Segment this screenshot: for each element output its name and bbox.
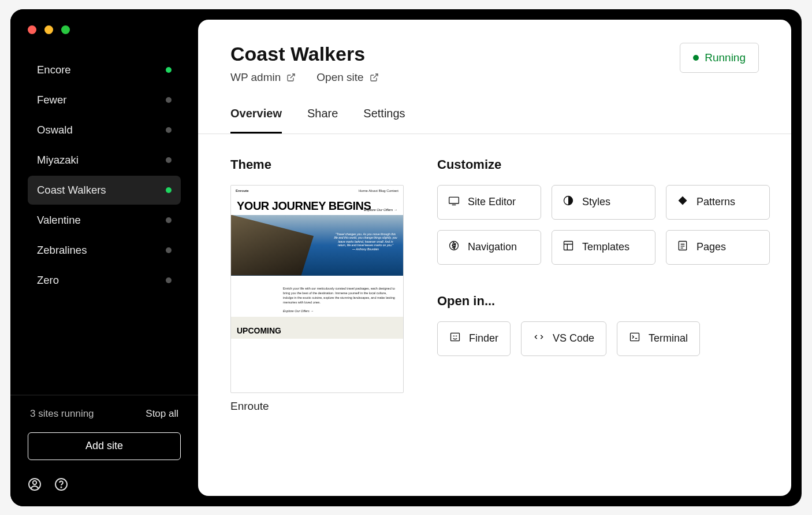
- sidebar: EncoreFewerOswaldMiyazakiCoast WalkersVa…: [10, 9, 198, 506]
- open-in-row: FinderVS CodeTerminal: [437, 321, 770, 356]
- vs-code-icon: [533, 331, 545, 346]
- status-dot-icon: [166, 127, 172, 133]
- sidebar-item-encore[interactable]: Encore: [28, 55, 181, 84]
- svg-point-3: [61, 487, 61, 487]
- external-link-icon: [286, 73, 296, 82]
- close-window-button[interactable]: [28, 25, 36, 34]
- sidebar-item-label: Zero: [37, 274, 59, 287]
- sidebar-item-fewer[interactable]: Fewer: [28, 86, 181, 114]
- patterns-button[interactable]: Patterns: [666, 185, 770, 220]
- svg-rect-7: [564, 242, 573, 250]
- sidebar-item-zero[interactable]: Zero: [28, 266, 181, 295]
- customize-grid: Site EditorStylesPatternsNavigationTempl…: [437, 185, 770, 265]
- sidebar-item-oswald[interactable]: Oswald: [28, 116, 181, 145]
- sidebar-item-label: Fewer: [37, 94, 66, 106]
- minimize-window-button[interactable]: [44, 25, 53, 34]
- tabs: OverviewShareSettings: [198, 107, 791, 134]
- help-icon[interactable]: [54, 477, 68, 494]
- external-link-icon: [370, 73, 379, 82]
- status-dot-icon: [166, 97, 172, 103]
- styles-icon: [563, 195, 574, 209]
- site-editor-icon: [448, 195, 460, 209]
- svg-rect-10: [631, 333, 639, 340]
- sidebar-item-valentine[interactable]: Valentine: [28, 206, 181, 235]
- tab-share[interactable]: Share: [307, 107, 338, 134]
- status-dot-icon: [166, 277, 172, 283]
- open-site-link[interactable]: Open site: [316, 71, 378, 84]
- theme-name: Enroute: [230, 400, 404, 413]
- maximize-window-button[interactable]: [61, 25, 70, 34]
- sidebar-item-label: Encore: [37, 64, 71, 76]
- status-badge[interactable]: Running: [680, 43, 759, 73]
- tab-overview[interactable]: Overview: [230, 107, 282, 134]
- open-in-section-label: Open in...: [437, 294, 770, 309]
- app-window: EncoreFewerOswaldMiyazakiCoast WalkersVa…: [10, 9, 802, 506]
- sidebar-item-label: Coast Walkers: [37, 184, 106, 197]
- sidebar-footer: 3 sites running Stop all Add site: [10, 395, 198, 506]
- status-dot-icon: [166, 157, 172, 163]
- sidebar-item-label: Valentine: [37, 214, 81, 227]
- add-site-button[interactable]: Add site: [28, 432, 181, 460]
- site-list: EncoreFewerOswaldMiyazakiCoast WalkersVa…: [10, 55, 198, 395]
- site-title: Coast Walkers: [230, 43, 379, 65]
- wp-admin-link[interactable]: WP admin: [230, 71, 296, 84]
- svg-rect-9: [451, 333, 460, 340]
- main-panel: Coast Walkers WP admin Open site Running: [198, 20, 791, 496]
- svg-rect-8: [679, 242, 686, 250]
- patterns-icon: [677, 195, 688, 209]
- navigation-icon: [448, 240, 460, 254]
- stop-all-button[interactable]: Stop all: [146, 408, 178, 420]
- status-dot-icon: [166, 67, 172, 73]
- navigation-button[interactable]: Navigation: [437, 230, 541, 265]
- status-dot-icon: [166, 187, 172, 193]
- sidebar-item-label: Oswald: [37, 124, 73, 136]
- svg-point-1: [33, 480, 36, 484]
- theme-section-label: Theme: [230, 157, 404, 172]
- site-editor-button[interactable]: Site Editor: [437, 185, 541, 220]
- open-in-terminal-button[interactable]: Terminal: [617, 321, 700, 356]
- finder-icon: [449, 331, 461, 346]
- status-dot-icon: [166, 247, 172, 253]
- templates-button[interactable]: Templates: [552, 230, 655, 265]
- status-indicator-icon: [693, 55, 699, 61]
- sidebar-item-coast-walkers[interactable]: Coast Walkers: [28, 176, 181, 205]
- window-controls: [28, 25, 70, 34]
- open-in-finder-button[interactable]: Finder: [437, 321, 511, 356]
- svg-rect-4: [449, 197, 459, 203]
- theme-preview[interactable]: Enroute Home About Blog Contact YOUR JOU…: [230, 185, 404, 393]
- styles-button[interactable]: Styles: [552, 185, 655, 220]
- sidebar-item-label: Zebralines: [37, 244, 87, 257]
- terminal-icon: [629, 331, 640, 346]
- sidebar-item-zebralines[interactable]: Zebralines: [28, 236, 181, 265]
- status-dot-icon: [166, 217, 172, 223]
- templates-icon: [563, 240, 574, 254]
- open-in-vs-code-button[interactable]: VS Code: [521, 321, 606, 356]
- customize-section-label: Customize: [437, 157, 770, 172]
- sidebar-item-label: Miyazaki: [37, 154, 79, 166]
- tab-settings[interactable]: Settings: [363, 107, 405, 134]
- account-icon[interactable]: [28, 477, 42, 494]
- sidebar-item-miyazaki[interactable]: Miyazaki: [28, 146, 181, 175]
- pages-icon: [677, 240, 688, 254]
- pages-button[interactable]: Pages: [666, 230, 770, 265]
- running-count: 3 sites running: [30, 408, 94, 420]
